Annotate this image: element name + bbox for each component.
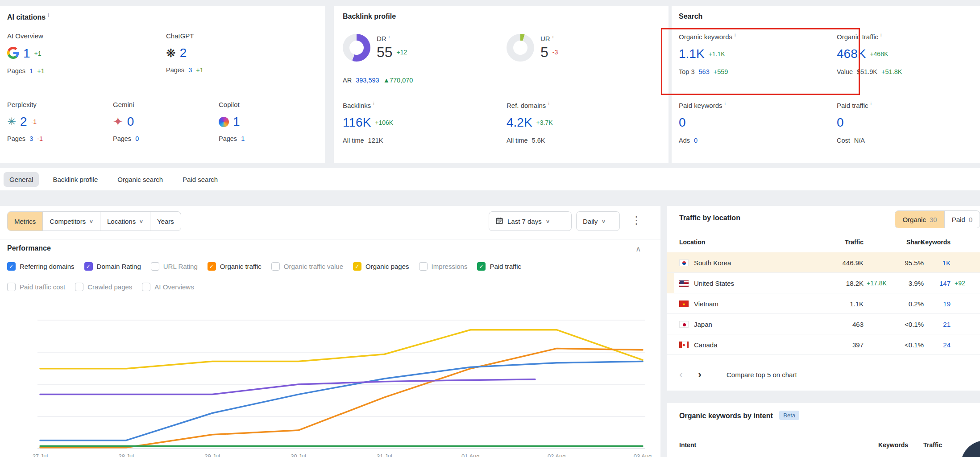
backlinks-value[interactable]: 116K <box>343 116 371 129</box>
flag-japan-icon <box>679 321 689 328</box>
keywords-link[interactable]: 21 <box>908 314 951 334</box>
next-page-icon[interactable]: › <box>698 369 702 380</box>
flag-canada-icon <box>679 342 689 348</box>
metric-url-rating[interactable]: URL Rating <box>151 262 198 271</box>
toggle-organic[interactable]: Organic 30 <box>895 211 944 228</box>
keywords-link[interactable]: 1K <box>908 252 951 273</box>
metric-impressions[interactable]: Impressions <box>419 262 468 271</box>
metric-organic-pages[interactable]: Organic pages <box>353 262 409 271</box>
metric-organic-traffic[interactable]: Organic traffic <box>208 262 262 271</box>
table-row-japan[interactable]: Japan 463 <0.1% 21 <box>667 314 980 334</box>
search-card: Search Organic keywords 1.1K +1.1K Top 3… <box>672 6 980 163</box>
ur-value: 5 <box>540 45 548 59</box>
info-icon[interactable] <box>373 101 374 106</box>
pages-link[interactable]: 3 <box>29 135 33 142</box>
organic-keywords-value[interactable]: 1.1K <box>679 48 705 60</box>
dr-donut <box>343 34 370 62</box>
pages-link[interactable]: 1 <box>29 67 33 74</box>
metric-domain-rating[interactable]: Domain Rating <box>84 262 141 271</box>
flag-united-states-icon <box>679 280 689 287</box>
metric-checkbox-row-2: Paid traffic cost Crawled pages AI Overv… <box>7 283 204 291</box>
pages-link[interactable]: 3 <box>188 66 192 74</box>
segment-competitors[interactable]: Competitors∨ <box>43 212 100 231</box>
info-icon[interactable] <box>548 101 549 106</box>
ai-citation-ai-overview: AI Overview 1 +1 Pages 1 +1 <box>7 32 110 74</box>
segment-metrics[interactable]: Metrics <box>8 212 43 231</box>
gemini-count[interactable]: 0 <box>127 115 134 128</box>
tab-backlink-profile[interactable]: Backlink profile <box>47 172 104 187</box>
organic-traffic-value[interactable]: 468K <box>837 48 866 60</box>
chatgpt-icon: ❋ <box>166 47 176 59</box>
ai-overview-count[interactable]: 1 <box>23 47 30 60</box>
keywords-link[interactable]: 24 <box>908 334 951 355</box>
info-icon[interactable] <box>552 34 553 39</box>
metric-referring-domains[interactable]: Referring domains <box>7 262 75 271</box>
tab-general[interactable]: General <box>4 172 39 187</box>
performance-card: Metrics Competitors∨ Locations∨ Years La… <box>0 206 660 457</box>
performance-line-chart[interactable] <box>37 302 645 450</box>
keywords-link[interactable]: 147 <box>908 273 951 293</box>
ai-citation-copilot: Copilot 1 Pages 1 <box>219 101 312 142</box>
kebab-menu-icon[interactable]: ⋮ <box>631 214 642 226</box>
info-icon[interactable] <box>389 34 390 39</box>
metric-paid-traffic[interactable]: Paid traffic <box>477 262 521 271</box>
dashboard: AI citations AI Overview 1 +1 Pages 1 +1… <box>0 0 980 457</box>
date-range-button[interactable]: Last 7 days ∨ <box>489 211 572 231</box>
metric-paid-traffic-cost[interactable]: Paid traffic cost <box>7 283 65 291</box>
ar-link[interactable]: 393,593 <box>356 77 379 84</box>
ref-domains-value[interactable]: 4.2K <box>507 116 532 129</box>
metric-ai-overviews[interactable]: AI Overviews <box>142 283 194 291</box>
performance-title: Performance <box>7 244 51 252</box>
granularity-button[interactable]: Daily ∨ <box>576 211 620 231</box>
table-row-canada[interactable]: Canada 397 <0.1% 24 <box>667 334 980 355</box>
segment-years[interactable]: Years <box>150 212 181 231</box>
ur-stat: UR 5 -3 <box>540 34 558 59</box>
info-icon[interactable] <box>871 101 872 106</box>
x-axis-label: 29 Jul <box>199 453 226 457</box>
pages-link[interactable]: 1 <box>241 135 245 142</box>
tab-organic-search[interactable]: Organic search <box>112 172 169 187</box>
chatgpt-count[interactable]: 2 <box>180 47 187 59</box>
ai-citation-chatgpt: ChatGPT ❋ 2 Pages 3 +1 <box>166 32 269 74</box>
dr-value: 55 <box>377 45 393 59</box>
paid-traffic-value[interactable]: 0 <box>837 116 844 129</box>
perplexity-count[interactable]: 2 <box>20 115 27 128</box>
toggle-paid[interactable]: Paid 0 <box>945 211 980 228</box>
table-row-vietnam[interactable]: Vietnam 1.1K 0.2% 19 <box>667 293 980 314</box>
organic-paid-toggle: Organic 30 Paid 0 <box>895 210 980 228</box>
info-icon[interactable] <box>880 32 881 37</box>
tab-paid-search[interactable]: Paid search <box>177 172 224 187</box>
copilot-count[interactable]: 1 <box>233 115 240 128</box>
search-title: Search <box>679 12 702 20</box>
organic-traffic-stat: Organic traffic 468K +468K Value $51.9K … <box>837 32 904 75</box>
info-icon[interactable] <box>48 12 49 18</box>
backlinks-stat: Backlinks 116K +106K All time 121K <box>343 101 393 144</box>
table-row-united-states[interactable]: United States 18.2K +17.8K 3.9% 147 +92 <box>667 273 980 293</box>
traffic-by-location-title: Traffic by location <box>679 214 740 222</box>
info-icon[interactable] <box>735 32 735 37</box>
backlink-profile-card: Backlink profile DR 55 +12 AR 393,593 ▲7… <box>334 6 669 163</box>
x-axis-label: 03 Aug <box>629 453 656 457</box>
metric-organic-traffic-value[interactable]: Organic traffic value <box>271 262 343 271</box>
compare-top5-link[interactable]: Compare top 5 on chart <box>727 371 797 379</box>
x-axis-label: 28 Jul <box>113 453 140 457</box>
ai-citation-perplexity: Perplexity ✳ 2 -1 Pages 3 -1 <box>7 101 101 142</box>
keywords-by-intent-card: Organic keywords by intent Beta Intent K… <box>667 403 980 457</box>
paid-keywords-stat: Paid keywords 0 Ads 0 <box>679 101 726 144</box>
filter-segments: Metrics Competitors∨ Locations∨ Years <box>7 211 181 231</box>
table-row-south-korea[interactable]: South Korea 446.9K 95.5% 1K <box>667 252 980 273</box>
ref-domains-stat: Ref. domains 4.2K +3.7K All time 5.6K <box>507 101 553 144</box>
paid-keywords-value[interactable]: 0 <box>679 116 686 129</box>
keywords-link[interactable]: 19 <box>908 293 951 314</box>
collapse-chevron-icon[interactable]: ∧ <box>635 244 641 254</box>
pages-link[interactable]: 0 <box>135 135 139 142</box>
metric-crawled-pages[interactable]: Crawled pages <box>75 283 132 291</box>
traffic-table-header: Location Traffic Share Keywords <box>667 232 980 252</box>
divider <box>667 435 980 435</box>
x-axis-label: 27 Jul <box>27 453 54 457</box>
info-icon[interactable] <box>725 101 726 106</box>
top3-link[interactable]: 563 <box>699 68 710 75</box>
gemini-icon: ✦ <box>113 116 123 128</box>
ads-link[interactable]: 0 <box>694 137 698 144</box>
segment-locations[interactable]: Locations∨ <box>100 212 150 231</box>
